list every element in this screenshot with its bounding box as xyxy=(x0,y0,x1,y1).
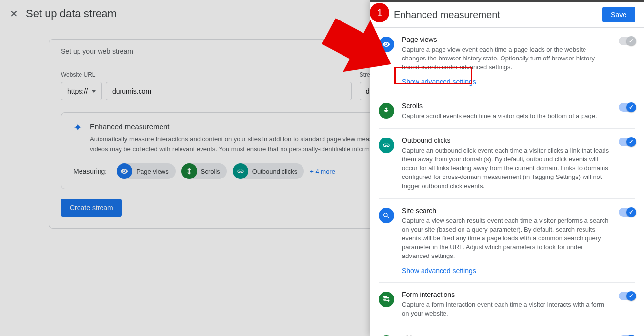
item-outbound-clicks: Outbound clicksCapture an outbound click… xyxy=(379,129,635,199)
toggle-page-views xyxy=(619,37,635,45)
item-title: Site search xyxy=(402,207,611,215)
link-icon xyxy=(379,138,394,153)
enhanced-measurement-panel: ✕ Enhanced measurement Save Page viewsCa… xyxy=(370,0,644,336)
item-desc: Capture a page view event each time a pa… xyxy=(402,45,611,72)
eye-icon xyxy=(379,37,394,52)
search-icon xyxy=(379,208,394,223)
toggle-site-search[interactable] xyxy=(619,208,635,217)
item-form-interactions: Form interactionsCapture a form interact… xyxy=(379,283,635,326)
annotation-badge: 1 xyxy=(370,3,389,22)
toggle-scrolls[interactable] xyxy=(619,103,635,112)
item-scrolls: ScrollsCapture scroll events each time a… xyxy=(379,94,635,129)
item-title: Video engagement xyxy=(402,334,611,336)
item-desc: Capture a form interaction event each ti… xyxy=(402,300,611,318)
item-site-search: Site searchCapture a view search results… xyxy=(379,199,635,283)
show-advanced-link[interactable]: Show advanced settings xyxy=(402,78,476,86)
item-desc: Capture a view search results event each… xyxy=(402,217,611,261)
item-desc: Capture an outbound click event each tim… xyxy=(402,146,611,191)
toggle-outbound-clicks[interactable] xyxy=(619,138,635,146)
item-page-views: Page viewsCapture a page view event each… xyxy=(379,28,635,94)
scroll-icon xyxy=(379,103,394,119)
panel-header: ✕ Enhanced measurement Save xyxy=(370,2,644,28)
form-icon xyxy=(379,292,394,307)
toggle-form-interactions[interactable] xyxy=(619,292,635,300)
item-title: Page views xyxy=(402,36,611,43)
item-video-engagement: Video engagementCapture video play, prog… xyxy=(379,326,635,336)
panel-title: Enhanced measurement xyxy=(394,9,595,20)
show-advanced-link[interactable]: Show advanced settings xyxy=(402,267,476,275)
panel-body: Page viewsCapture a page view event each… xyxy=(370,28,644,336)
save-button[interactable]: Save xyxy=(602,7,635,22)
item-title: Form interactions xyxy=(402,291,611,298)
item-title: Outbound clicks xyxy=(402,137,611,144)
item-desc: Capture scroll events each time a visito… xyxy=(402,112,611,120)
item-title: Scrolls xyxy=(402,102,611,110)
